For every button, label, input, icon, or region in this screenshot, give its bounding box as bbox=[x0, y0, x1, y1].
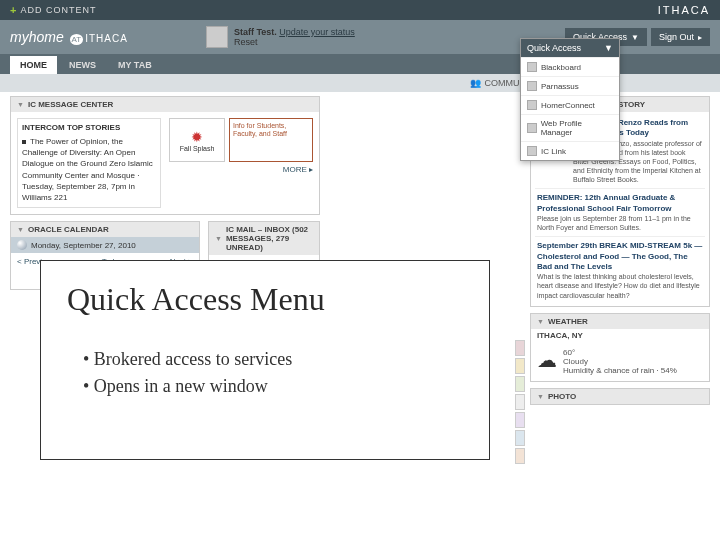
panel-header[interactable]: ▼ORACLE CALENDAR bbox=[11, 222, 199, 237]
app-icon bbox=[527, 123, 537, 133]
app-icon bbox=[527, 146, 537, 156]
message-center-body: INTERCOM TOP STORIES The Power of Opinio… bbox=[11, 112, 319, 214]
panel-title: WEATHER bbox=[548, 317, 588, 326]
panel-photo: ▼PHOTO bbox=[530, 388, 710, 405]
qa-label: Parnassus bbox=[541, 82, 579, 91]
overlay-bullet: Opens in a new window bbox=[83, 373, 463, 400]
calendar-orb-icon bbox=[17, 240, 27, 250]
plus-icon: + bbox=[10, 4, 16, 16]
collapse-icon: ▼ bbox=[537, 318, 544, 325]
weather-temp: 60° bbox=[563, 348, 677, 357]
overlay-bullet: Brokered access to services bbox=[83, 346, 463, 373]
qa-label: Web Profile Manager bbox=[541, 119, 613, 137]
news-excerpt: What is the latest thinking about choles… bbox=[537, 272, 703, 299]
panel-title: IC MAIL – INBOX (502 MESSAGES, 279 UNREA… bbox=[226, 225, 313, 252]
strip bbox=[515, 412, 525, 428]
avatar[interactable] bbox=[206, 26, 228, 48]
tab-news[interactable]: NEWS bbox=[59, 56, 106, 74]
top-stories-box: INTERCOM TOP STORIES The Power of Opinio… bbox=[17, 118, 161, 208]
qa-label: HomerConnect bbox=[541, 101, 595, 110]
fall-splash-promo[interactable]: ✹ Fall Splash bbox=[169, 118, 225, 162]
panel-weather: ▼WEATHER ITHACA, NY ☁ 60° Cloudy Humidit… bbox=[530, 313, 710, 382]
brand-ithaca: ITHACA bbox=[658, 4, 710, 16]
strip bbox=[515, 394, 525, 410]
collapse-icon: ▼ bbox=[537, 393, 544, 400]
add-content-link[interactable]: ADD CONTENT bbox=[20, 5, 96, 15]
site-logo[interactable]: myhome ATITHACA bbox=[10, 29, 128, 45]
app-icon bbox=[527, 81, 537, 91]
qa-label: Blackboard bbox=[541, 63, 581, 72]
weather-text: 60° Cloudy Humidity & chance of rain · 5… bbox=[563, 348, 677, 375]
quick-access-item-blackboard[interactable]: Blackboard bbox=[521, 57, 619, 76]
weather-sub: Humidity & chance of rain · 54% bbox=[563, 366, 677, 375]
cloud-icon: ☁ bbox=[537, 348, 557, 375]
story-item[interactable]: The Power of Opinion, the Challenge of D… bbox=[22, 136, 156, 203]
panel-header[interactable]: ▼WEATHER bbox=[531, 314, 709, 329]
strip bbox=[515, 448, 525, 464]
logo-at-badge: AT bbox=[70, 34, 84, 45]
strip bbox=[515, 358, 525, 374]
fall-splash-label: Fall Splash bbox=[180, 145, 215, 152]
news-headline: September 29th BREAK MID-STREAM 5k — Cho… bbox=[537, 241, 703, 272]
top-utility-bar: + ADD CONTENT ITHACA bbox=[0, 0, 720, 20]
reset-label: Reset bbox=[234, 37, 258, 47]
news-excerpt: Please join us September 28 from 11–1 pm… bbox=[537, 214, 703, 232]
story-text: The Power of Opinion, the Challenge of D… bbox=[22, 137, 153, 202]
panel-title: IC MESSAGE CENTER bbox=[28, 100, 113, 109]
chevron-down-icon: ▼ bbox=[631, 33, 639, 42]
app-icon bbox=[527, 62, 537, 72]
more-link[interactable]: MORE ▸ bbox=[169, 165, 313, 174]
weather-body: ☁ 60° Cloudy Humidity & chance of rain ·… bbox=[531, 342, 709, 381]
collapse-icon: ▼ bbox=[17, 101, 24, 108]
stacked-strips bbox=[515, 340, 525, 464]
calendar-date: Monday, September 27, 2010 bbox=[31, 241, 136, 250]
tab-mytab[interactable]: MY TAB bbox=[108, 56, 162, 74]
chevron-right-icon: ▸ bbox=[698, 33, 702, 42]
panel-message-center: ▼IC MESSAGE CENTER INTERCOM TOP STORIES … bbox=[10, 96, 320, 215]
quick-access-dropdown-header: Quick Access ▼ bbox=[521, 39, 619, 57]
panel-header[interactable]: ▼PHOTO bbox=[531, 389, 709, 404]
news-headline: REMINDER: 12th Annual Graduate & Profess… bbox=[537, 193, 703, 214]
overlay-title: Quick Access Menu bbox=[67, 281, 463, 318]
quick-access-item-homerconnect[interactable]: HomerConnect bbox=[521, 95, 619, 114]
user-status-block: Staff Test. Update your status Reset bbox=[206, 26, 355, 48]
update-status-link[interactable]: Update your status bbox=[279, 27, 355, 37]
user-text: Staff Test. Update your status Reset bbox=[234, 27, 355, 47]
panel-header[interactable]: ▼IC MAIL – INBOX (502 MESSAGES, 279 UNRE… bbox=[209, 222, 319, 255]
quick-access-dropdown[interactable]: Quick Access ▼ Blackboard Parnassus Home… bbox=[520, 38, 620, 161]
overlay-bullets: Brokered access to services Opens in a n… bbox=[67, 346, 463, 400]
logo-home: home bbox=[29, 29, 64, 45]
sign-out-button[interactable]: Sign Out ▸ bbox=[651, 28, 710, 46]
collapse-icon: ▼ bbox=[215, 235, 222, 242]
chevron-down-icon: ▼ bbox=[604, 43, 613, 53]
panel-title: ORACLE CALENDAR bbox=[28, 225, 109, 234]
app-icon bbox=[527, 100, 537, 110]
quick-access-item-webprofile[interactable]: Web Profile Manager bbox=[521, 114, 619, 141]
weather-location: ITHACA, NY bbox=[531, 329, 709, 342]
tab-home[interactable]: HOME bbox=[10, 56, 57, 74]
info-promo[interactable]: Info for Students, Faculty, and Staff bbox=[229, 118, 313, 162]
news-item[interactable]: September 29th BREAK MID-STREAM 5k — Cho… bbox=[535, 236, 705, 303]
calendar-date-bar: Monday, September 27, 2010 bbox=[11, 237, 199, 253]
quick-access-item-iclink[interactable]: IC Link bbox=[521, 141, 619, 160]
user-name: Staff Test. bbox=[234, 27, 277, 37]
presentation-overlay: Quick Access Menu Brokered access to ser… bbox=[40, 260, 490, 460]
quick-access-item-parnassus[interactable]: Parnassus bbox=[521, 76, 619, 95]
community-icon: 👥 bbox=[470, 78, 481, 88]
strip bbox=[515, 376, 525, 392]
weather-cond: Cloudy bbox=[563, 357, 677, 366]
strip bbox=[515, 430, 525, 446]
qa-label: IC Link bbox=[541, 147, 566, 156]
panel-title: PHOTO bbox=[548, 392, 576, 401]
panel-header[interactable]: ▼IC MESSAGE CENTER bbox=[11, 97, 319, 112]
logo-my: my bbox=[10, 29, 29, 45]
collapse-icon: ▼ bbox=[17, 226, 24, 233]
stories-heading: INTERCOM TOP STORIES bbox=[22, 123, 156, 132]
sign-out-label: Sign Out bbox=[659, 32, 694, 42]
news-item[interactable]: REMINDER: 12th Annual Graduate & Profess… bbox=[535, 188, 705, 236]
promo-group: ✹ Fall Splash Info for Students, Faculty… bbox=[169, 118, 313, 208]
bullet-icon bbox=[22, 140, 26, 144]
logo-ithaca: ITHACA bbox=[85, 33, 128, 44]
splash-burst-icon: ✹ bbox=[191, 129, 203, 145]
strip bbox=[515, 340, 525, 356]
